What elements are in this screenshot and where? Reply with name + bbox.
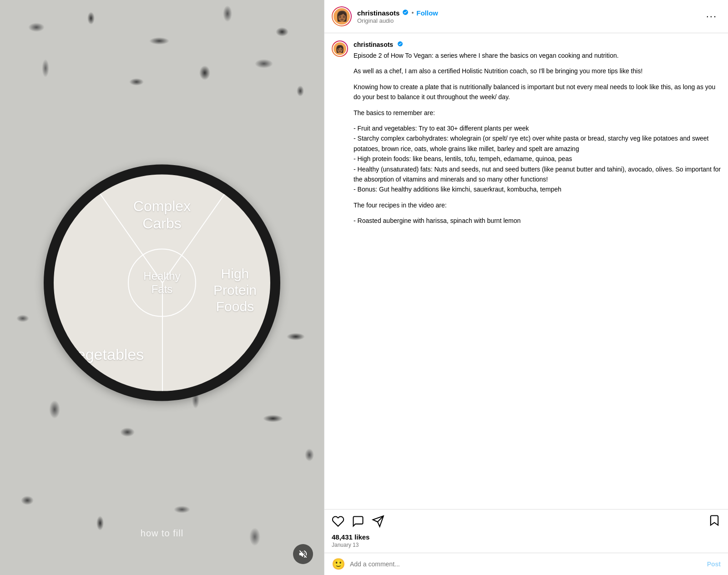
caption-line4: The basics to remember are: xyxy=(354,108,721,118)
caption-verified-badge xyxy=(397,41,403,48)
header-info: christinasots • Follow Original audio xyxy=(357,9,703,24)
emoji-picker-button[interactable]: 🙂 xyxy=(332,558,345,570)
complex-carbs-label: ComplexCarbs xyxy=(133,197,191,232)
comment-input[interactable] xyxy=(350,560,707,568)
caption-avatar[interactable]: 👩🏾 xyxy=(332,40,348,57)
original-audio[interactable]: Original audio xyxy=(357,17,703,24)
comment-icon xyxy=(352,515,364,528)
caption-line2: As well as a chef, I am also a certified… xyxy=(354,66,721,76)
username[interactable]: christinasots xyxy=(357,9,399,17)
caption-line7: - Roasted aubergine with harissa, spinac… xyxy=(354,216,721,226)
heart-icon xyxy=(332,515,344,528)
share-button[interactable] xyxy=(372,515,384,528)
post-comment-button[interactable]: Post xyxy=(707,560,721,568)
caption-line6: The four recipes in the video are: xyxy=(354,200,721,210)
avatar-emoji: 👩🏾 xyxy=(336,11,348,21)
actions-bar xyxy=(324,509,728,533)
header-top-row: christinasots • Follow xyxy=(357,9,703,17)
caption-text: Episode 2 of How To Vegan: a series wher… xyxy=(354,50,721,226)
caption-area: 👩🏾 christinasots Episode 2 of How To Veg… xyxy=(324,33,728,509)
caption-username-row: christinasots xyxy=(354,40,721,49)
caption-avatar-inner: 👩🏾 xyxy=(333,41,347,56)
share-icon xyxy=(372,515,384,528)
bottom-overlay: how to fill xyxy=(0,528,324,539)
comment-button[interactable] xyxy=(352,515,364,528)
verified-badge xyxy=(402,9,409,17)
plate: ComplexCarbs HealthyFats HighProteinFood… xyxy=(44,165,280,401)
healthy-fats-label: HealthyFats xyxy=(132,270,192,296)
mute-icon xyxy=(298,549,308,559)
follow-button[interactable]: Follow xyxy=(416,9,438,17)
caption-line1: Episode 2 of How To Vegan: a series wher… xyxy=(354,50,721,61)
likes-count[interactable]: 48,431 likes xyxy=(332,533,721,541)
caption-line5: - Fruit and vegetables: Try to eat 30+ d… xyxy=(354,123,721,195)
action-icons-left xyxy=(332,515,708,528)
avatar[interactable]: 👩🏾 xyxy=(332,6,352,26)
post-details-panel: 👩🏾 christinasots • Follow Original audio… xyxy=(324,0,728,575)
like-button[interactable] xyxy=(332,515,344,528)
avatar-inner: 👩🏾 xyxy=(333,7,351,25)
bookmark-button[interactable] xyxy=(708,514,721,529)
caption-username[interactable]: christinasots xyxy=(354,41,393,48)
vegetables-label: Vegetables xyxy=(67,345,144,364)
caption-content: christinasots Episode 2 of How To Vegan:… xyxy=(354,40,721,226)
high-protein-label: HighProteinFoods xyxy=(213,266,257,315)
post-header: 👩🏾 christinasots • Follow Original audio… xyxy=(324,0,728,33)
caption-avatar-emoji: 👩🏾 xyxy=(335,45,344,53)
bookmark-icon xyxy=(708,514,721,527)
dot-separator: • xyxy=(411,9,414,16)
post-date: January 13 xyxy=(332,542,721,548)
likes-date: 48,431 likes January 13 xyxy=(324,533,728,553)
post-media-panel: ComplexCarbs HealthyFats HighProteinFood… xyxy=(0,0,324,575)
plate-diagram: ComplexCarbs HealthyFats HighProteinFood… xyxy=(44,165,280,401)
comment-input-area: 🙂 Post xyxy=(324,553,728,575)
caption-line3: Knowing how to create a plate that is nu… xyxy=(354,82,721,102)
more-options-button[interactable]: ··· xyxy=(703,9,721,24)
mute-button[interactable] xyxy=(293,544,313,564)
caption-header: 👩🏾 christinasots Episode 2 of How To Veg… xyxy=(332,40,721,226)
